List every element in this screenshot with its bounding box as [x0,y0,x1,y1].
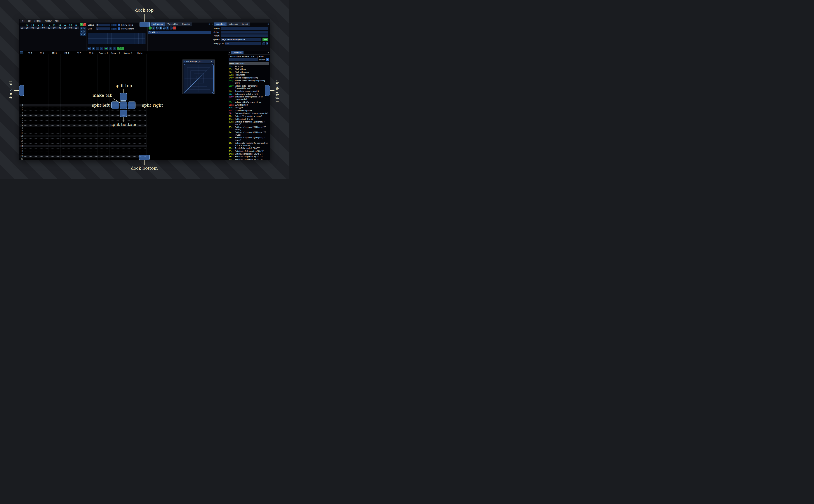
auto-system-button[interactable]: Auto [262,38,268,41]
repeat-pattern-button[interactable]: ⟲ [113,47,116,50]
order-cell[interactable]: 00 [73,27,79,29]
tab[interactable]: Subsongs [227,22,240,26]
effect-row[interactable]: 09xy Set groove pattern (speed 1 if no g… [229,96,269,100]
piano-lower-octaves[interactable] [88,39,145,44]
effect-row[interactable]: 10xy Setup LFO (x: enable; y: speed) [229,115,269,117]
pattern-row[interactable]: 5 [20,117,146,119]
delete-instrument-button[interactable]: ✕ [173,27,176,29]
pattern-row[interactable]: 16 [20,145,146,147]
move-instrument-down-button[interactable]: ↓ [170,27,172,29]
collapse-icon[interactable]: ▼ [211,22,214,26]
pattern-row[interactable]: 15 [20,142,146,145]
tuning-decrease-button[interactable]: - [262,42,265,45]
collapse-icon[interactable]: ▼ [228,51,231,54]
channel-header[interactable]: FM 5 [73,51,85,54]
effect-row[interactable]: 01xx Pitch slide up [229,68,269,70]
record-button[interactable]: ● [104,47,108,50]
pattern-row[interactable]: 1 [20,106,146,109]
split-right-target[interactable] [128,102,135,109]
pattern-row[interactable]: 0 [20,104,146,106]
tab[interactable]: Instruments [151,22,165,26]
step-decrease-button[interactable]: - [111,28,114,30]
album-field[interactable] [221,34,268,37]
make-tab-target[interactable] [120,102,127,109]
close-icon[interactable]: ✕ [266,22,270,26]
pattern-row[interactable]: 4 [20,114,146,117]
pattern-row[interactable]: 19 [20,153,146,155]
pattern-row-cells[interactable] [24,112,146,114]
remove-order-button[interactable]: − [83,23,86,26]
effect-row[interactable]: 0Cxx Retrigger [229,106,269,109]
effect-row[interactable]: 1Axx Set attack of operator 1 (0 to 1F) [229,153,269,155]
effect-row[interactable]: 06xy Volume slide + portamento (compatib… [229,85,269,90]
play-pattern-button[interactable]: ◉ [92,47,95,50]
expand-channels-button[interactable]: ++ [20,51,23,54]
pattern-row-cells[interactable] [24,142,146,145]
pattern-row-cells[interactable] [24,114,146,117]
pattern-row-cells[interactable] [24,130,146,132]
tuning-increase-button[interactable]: + [266,42,268,45]
octave-decrease-button[interactable]: - [111,24,114,26]
order-cell[interactable]: 00 [46,27,52,29]
open-instrument-button[interactable] [156,27,158,29]
pattern-row-cells[interactable] [24,117,146,119]
duplicate-instrument-button[interactable]: ⧉ [152,27,155,29]
pattern-row[interactable]: 18 [20,150,146,153]
order-cell[interactable]: 00 [30,27,35,29]
piano-upper-octaves[interactable] [88,33,145,39]
tuning-field[interactable] [225,42,261,45]
duplicate-order-button[interactable]: ⧉ [80,27,83,29]
effect-row[interactable]: 16xy Set operator multiplier (x: operato… [229,142,269,147]
effect-row[interactable]: 17xx Toggle PCM mode (LEGACY) [229,147,269,149]
follow-pattern-checkbox[interactable]: ✓ Follow pattern [118,27,134,30]
effect-row[interactable]: 14xx Set level of operator 3 (0 highest,… [229,131,269,136]
pattern-row-cells[interactable] [24,135,146,137]
channel-header[interactable]: FM 6 [85,51,97,54]
pattern-row[interactable]: 14 [20,140,146,142]
pattern-row[interactable]: 2 [20,109,146,112]
order-cell[interactable]: 00 [41,27,46,29]
effect-row[interactable]: 03xx Portamento [229,74,269,76]
poly-toggle-button[interactable]: Poly [117,47,124,50]
pattern-row-cells[interactable] [24,153,146,155]
close-icon[interactable]: ✕ [210,60,213,63]
pattern-row[interactable]: 11 [20,132,146,135]
menu-item[interactable]: file [20,20,26,22]
instrument-list-item[interactable]: - None - [148,31,211,34]
change-all-orders-button[interactable]: ⇄ [80,33,83,36]
channel-header[interactable]: FM 4 [61,51,73,54]
order-edit-mode-button[interactable]: ➤ [83,33,86,36]
effect-row[interactable]: 1Bxx Set attack of operator 2 (0 to 1F) [229,155,269,158]
dock-top-target[interactable] [139,22,150,27]
author-field[interactable] [221,31,268,34]
hamburger-menu-icon[interactable]: ≡ [266,58,269,61]
channel-header[interactable]: Square 2 [110,51,122,54]
duplicate-order-end-button[interactable]: ⇅ [83,30,86,33]
menu-item[interactable]: window [43,20,53,22]
octave-increase-button[interactable]: + [114,24,117,26]
effect-row[interactable]: 13xx Set level of operator 2 (0 highest,… [229,126,269,131]
tab-effect-list[interactable]: Effect List [231,51,243,54]
step-increase-button[interactable]: + [114,28,117,30]
stop-button[interactable]: ↓ [100,47,103,50]
channel-header[interactable]: FM 2 [36,51,48,54]
pattern-row-cells[interactable] [24,158,146,160]
tab[interactable]: Song Info [214,22,226,26]
pattern-row[interactable]: 20 [20,155,146,158]
move-order-down-button[interactable]: ∨ [80,30,83,33]
channel-header[interactable]: FM 3 [48,51,61,54]
pattern-row[interactable]: 10 [20,130,146,132]
step-input[interactable] [96,27,110,30]
effect-row[interactable]: 04xy Vibrato (x: speed; y: depth) [229,77,269,79]
save-instrument-button[interactable] [159,27,162,29]
tab[interactable]: Samples [180,22,192,26]
piano-widget[interactable] [88,33,145,44]
effect-row[interactable]: 19xx Set attack of all operators (0 to 1… [229,150,269,152]
pattern-row-cells[interactable] [24,119,146,122]
pattern-row-cells[interactable] [24,109,146,112]
effect-row[interactable]: 0Fxx Set speed (speed 2 if no grooves ex… [229,112,269,115]
search-input[interactable] [229,58,258,61]
channel-header[interactable]: FM 1 [24,51,36,54]
effect-row[interactable]: 05xy Volume slide + vibrato (compatibili… [229,79,269,84]
order-row[interactable]: 00 00000000000000000000 [20,27,79,29]
